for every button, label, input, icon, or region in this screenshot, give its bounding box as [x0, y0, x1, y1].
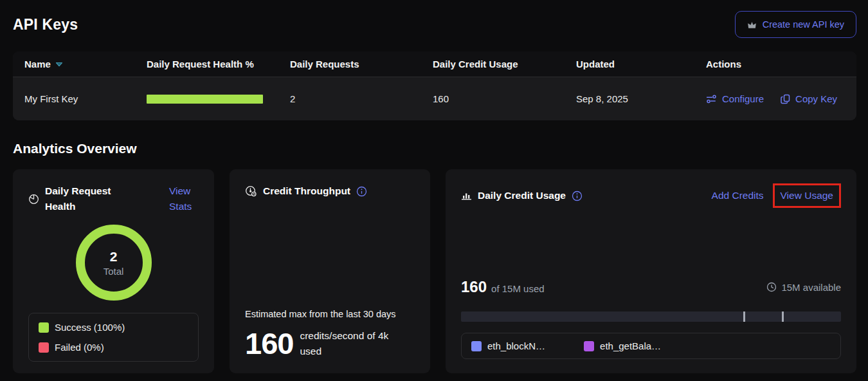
pie-chart-icon: [28, 194, 39, 205]
api-keys-table: Name Daily Request Health % Daily Reques…: [13, 51, 856, 120]
legend-item-failed: Failed (0%): [39, 342, 188, 353]
health-card-title: Daily Request Health: [45, 183, 121, 214]
health-bar: [147, 95, 263, 104]
health-legend: Success (100%) Failed (0%): [28, 313, 199, 362]
configure-link[interactable]: Configure: [706, 93, 764, 104]
column-daily-credit-usage: Daily Credit Usage: [433, 59, 576, 70]
health-card-header: Daily Request Health View Stats: [28, 183, 199, 214]
clock-icon: [766, 282, 777, 292]
usage-used-value: 160: [461, 278, 487, 296]
throughput-card-title: Credit Throughput: [263, 183, 350, 199]
table-row: My First Key 2 160 Sep 8, 2025 Configure: [13, 77, 856, 120]
page-title: API Keys: [13, 16, 78, 33]
usage-header-links: Add Credits View Usage: [712, 183, 841, 208]
topbar: API Keys Create new API key: [13, 10, 856, 39]
column-actions: Actions: [706, 59, 856, 70]
legend-item-eth-getbalance: eth_getBala…: [584, 340, 661, 351]
donut-ring: 2 Total: [76, 225, 152, 301]
crown-icon: [747, 21, 757, 29]
analytics-cards: Daily Request Health View Stats 2 Total …: [13, 169, 856, 373]
sliders-icon: [706, 95, 717, 104]
eth-getbalance-swatch: [584, 341, 594, 351]
updated-value: Sep 8, 2025: [576, 93, 706, 104]
daily-credit-usage-card: Daily Credit Usage Add Credits View Usag…: [446, 169, 856, 373]
sort-chevron-down-icon[interactable]: [55, 62, 63, 67]
eth-blocknumber-swatch: [471, 341, 482, 351]
throughput-unit: credits/second of 4k used: [300, 328, 402, 359]
actions-cell: Configure Copy Key: [706, 93, 856, 104]
view-stats-link[interactable]: View Stats: [169, 183, 199, 214]
donut-total-value: 2: [110, 249, 118, 265]
legend-item-success: Success (100%): [39, 322, 188, 333]
dashboard-page: API Keys Create new API key Name Daily R…: [0, 0, 868, 381]
throughput-note: Estimated max from the last 30 days: [245, 309, 415, 319]
health-donut-chart: 2 Total: [28, 225, 199, 301]
usage-used-caption: of 15M used: [491, 283, 545, 294]
throughput-value: 160: [245, 328, 293, 358]
daily-credit-usage-value: 160: [433, 93, 576, 104]
info-icon[interactable]: [356, 186, 367, 197]
throughput-stat: 160 credits/second of 4k used: [245, 328, 415, 359]
copy-key-link[interactable]: Copy Key: [781, 93, 837, 104]
usage-bar-marker: [743, 311, 745, 322]
usage-stats-row: 160 of 15M used 15M available: [461, 278, 841, 296]
throughput-card-header: Credit Throughput: [245, 183, 415, 199]
column-updated: Updated: [576, 59, 706, 70]
daily-request-health-card: Daily Request Health View Stats 2 Total …: [13, 169, 214, 373]
table-header-row: Name Daily Request Health % Daily Reques…: [13, 51, 856, 77]
copy-icon: [781, 94, 790, 104]
bar-chart-icon: [461, 190, 472, 201]
analytics-heading: Analytics Overview: [13, 141, 856, 156]
create-api-key-label: Create new API key: [763, 19, 844, 30]
usage-progress-bar: [461, 311, 841, 322]
usage-available-caption: 15M available: [781, 282, 841, 293]
health-bar-cell: [147, 95, 290, 104]
usage-card-title: Daily Credit Usage: [478, 188, 566, 203]
add-credits-link[interactable]: Add Credits: [712, 188, 764, 203]
credit-throughput-card: Credit Throughput Estimated max from the…: [230, 169, 430, 373]
usage-card-header: Daily Credit Usage Add Credits View Usag…: [461, 183, 841, 208]
column-daily-requests: Daily Requests: [290, 59, 433, 70]
gauge-icon: [245, 185, 257, 197]
success-swatch: [39, 322, 49, 333]
legend-item-eth-blocknumber: eth_blockN…: [471, 340, 545, 351]
usage-bar-marker: [782, 311, 784, 322]
usage-used: 160 of 15M used: [461, 278, 545, 296]
create-api-key-button[interactable]: Create new API key: [735, 11, 856, 38]
info-icon[interactable]: [572, 190, 583, 201]
donut-total-label: Total: [104, 266, 124, 277]
annotation-highlight-box: View Usage: [773, 183, 841, 208]
column-name[interactable]: Name: [24, 59, 147, 70]
usage-legend: eth_blockN… eth_getBala…: [461, 333, 841, 359]
key-name: My First Key: [24, 93, 147, 104]
usage-available: 15M available: [766, 282, 841, 293]
view-usage-link[interactable]: View Usage: [781, 190, 833, 201]
failed-swatch: [39, 342, 49, 353]
column-health: Daily Request Health %: [147, 59, 290, 70]
daily-requests-value: 2: [290, 93, 433, 104]
